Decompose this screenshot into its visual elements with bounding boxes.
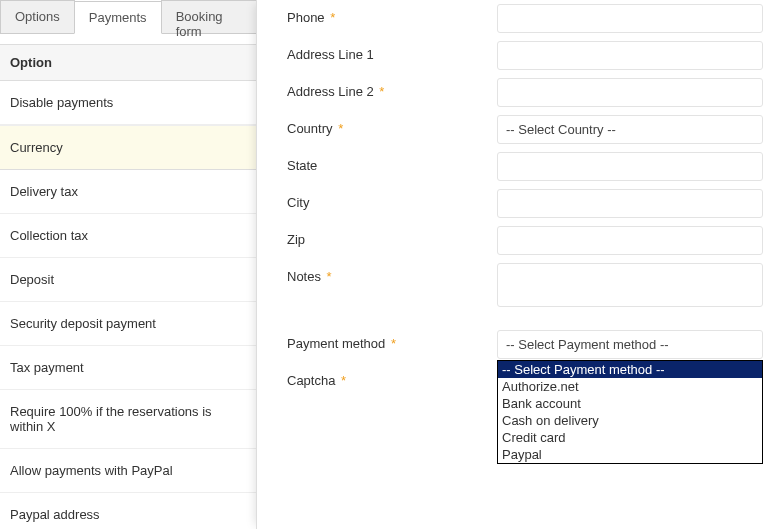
notes-textarea[interactable] bbox=[497, 263, 763, 307]
option-header: Option bbox=[0, 44, 256, 81]
label-addr2: Address Line 2 * bbox=[287, 78, 497, 99]
payment-method-option[interactable]: Paypal bbox=[498, 446, 762, 463]
option-row[interactable]: Currency bbox=[0, 125, 256, 170]
label-addr1: Address Line 1 bbox=[287, 41, 497, 62]
option-row[interactable]: Tax payment bbox=[0, 346, 256, 390]
option-row[interactable]: Security deposit payment bbox=[0, 302, 256, 346]
label-payment-method: Payment method * bbox=[287, 330, 497, 351]
tab-options[interactable]: Options bbox=[0, 0, 75, 33]
option-row[interactable]: Require 100% if the reservations is with… bbox=[0, 390, 256, 449]
payment-method-select[interactable]: -- Select Payment method -- bbox=[497, 330, 763, 359]
payment-method-option[interactable]: Authorize.net bbox=[498, 378, 762, 395]
label-notes: Notes * bbox=[287, 263, 497, 284]
label-zip: Zip bbox=[287, 226, 497, 247]
payment-method-option[interactable]: -- Select Payment method -- bbox=[498, 361, 762, 378]
tabs: Options Payments Booking form bbox=[0, 0, 256, 34]
label-city: City bbox=[287, 189, 497, 210]
city-input[interactable] bbox=[497, 189, 763, 218]
right-panel: Phone * Address Line 1 Address Line 2 * … bbox=[256, 0, 763, 529]
payment-method-option[interactable]: Credit card bbox=[498, 429, 762, 446]
option-row[interactable]: Disable payments bbox=[0, 81, 256, 125]
left-panel: Options Payments Booking form Option Dis… bbox=[0, 0, 256, 529]
option-row[interactable]: Deposit bbox=[0, 258, 256, 302]
addr2-input[interactable] bbox=[497, 78, 763, 107]
addr1-input[interactable] bbox=[497, 41, 763, 70]
label-phone: Phone * bbox=[287, 4, 497, 25]
state-input[interactable] bbox=[497, 152, 763, 181]
tab-payments[interactable]: Payments bbox=[74, 1, 162, 34]
option-row[interactable]: Allow payments with PayPal bbox=[0, 449, 256, 493]
label-captcha: Captcha * bbox=[287, 367, 497, 388]
tab-booking-form[interactable]: Booking form bbox=[161, 0, 257, 33]
label-country: Country * bbox=[287, 115, 497, 136]
zip-input[interactable] bbox=[497, 226, 763, 255]
option-row[interactable]: Delivery tax bbox=[0, 170, 256, 214]
payment-method-option[interactable]: Cash on delivery bbox=[498, 412, 762, 429]
option-row[interactable]: Collection tax bbox=[0, 214, 256, 258]
payment-method-dropdown: -- Select Payment method --Authorize.net… bbox=[497, 360, 763, 464]
country-select[interactable]: -- Select Country -- bbox=[497, 115, 763, 144]
label-state: State bbox=[287, 152, 497, 173]
payment-method-option[interactable]: Bank account bbox=[498, 395, 762, 412]
phone-input[interactable] bbox=[497, 4, 763, 33]
option-row[interactable]: Paypal address bbox=[0, 493, 256, 529]
